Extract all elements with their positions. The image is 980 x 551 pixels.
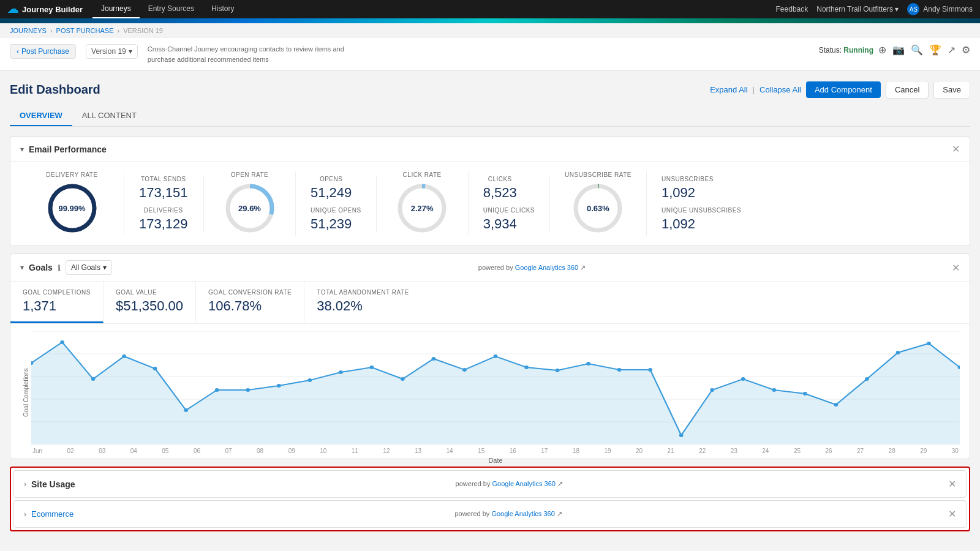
email-collapse-icon[interactable]: ▾ — [20, 145, 24, 154]
tab-overview[interactable]: OVERVIEW — [10, 106, 72, 126]
trophy-icon[interactable]: 🏆 — [929, 44, 941, 56]
google-analytics-link-goals[interactable]: Google Analytics 360 — [515, 264, 578, 271]
breadcrumb-sep-2: › — [118, 27, 120, 34]
svg-point-40 — [648, 368, 652, 372]
add-component-button[interactable]: Add Component — [806, 81, 881, 98]
expand-all-button[interactable]: Expand All — [710, 85, 747, 94]
breadcrumb-journeys[interactable]: JOURNEYS — [10, 27, 47, 34]
site-usage-collapse-icon[interactable]: › — [24, 480, 26, 489]
total-sends-label: TOTAL SENDS — [139, 176, 188, 182]
svg-point-33 — [432, 357, 436, 361]
ecommerce-section: › Ecommerce powered by Google Analytics … — [13, 500, 967, 528]
top-nav: ☁ Journey Builder Journeys Entry Sources… — [0, 0, 980, 18]
svg-point-38 — [586, 362, 590, 365]
nav-tabs: Journeys Entry Sources History — [92, 0, 243, 18]
version-selector[interactable]: Version 19 ▾ — [86, 44, 138, 59]
email-performance-close[interactable]: ✕ — [952, 143, 960, 155]
svg-point-27 — [246, 388, 250, 392]
svg-point-22 — [91, 377, 96, 381]
status-label: Status: Running — [819, 46, 873, 54]
opens-group: OPENS 51,249 UNIQUE OPENS 51,239 — [296, 176, 377, 232]
share-icon[interactable]: ↗ — [948, 44, 956, 56]
camera-icon[interactable]: 📷 — [892, 44, 905, 56]
save-button[interactable]: Save — [933, 81, 970, 99]
click-rate-label: CLICK RATE — [403, 171, 442, 178]
click-rate-value: 2.27% — [411, 204, 434, 213]
status-value: Running — [843, 46, 873, 54]
site-usage-close[interactable]: ✕ — [948, 478, 956, 490]
goals-info-icon[interactable]: ℹ — [58, 263, 61, 272]
breadcrumb-post-purchase[interactable]: POST PURCHASE — [56, 27, 114, 34]
svg-point-30 — [339, 370, 343, 374]
ecommerce-title-link[interactable]: Ecommerce — [31, 509, 74, 519]
google-analytics-link-ecommerce[interactable]: Google Analytics 360 — [491, 510, 554, 517]
tab-all-content[interactable]: ALL CONTENT — [72, 106, 146, 126]
breadcrumb: JOURNEYS › POST PURCHASE › VERSION 19 — [0, 23, 980, 38]
goals-dropdown[interactable]: All Goals ▾ — [66, 260, 112, 275]
delivery-rate-group: DELIVERY RATE 99.99% — [20, 171, 124, 236]
svg-point-45 — [803, 392, 807, 395]
back-button[interactable]: ‹ Post Purchase — [10, 44, 76, 59]
goal-completions-label: GOAL COMPLETIONS — [23, 289, 91, 296]
goal-completions-metric[interactable]: GOAL COMPLETIONS 1,371 — [10, 282, 104, 323]
search-icon[interactable]: 🔍 — [911, 44, 923, 56]
delivery-rate-label: DELIVERY RATE — [46, 171, 97, 178]
app-name: Journey Builder — [22, 5, 83, 14]
svg-point-23 — [122, 354, 126, 358]
feedback-link[interactable]: Feedback — [776, 5, 809, 13]
breadcrumb-version: VERSION 19 — [123, 27, 163, 34]
svg-point-42 — [710, 388, 714, 392]
svg-point-49 — [927, 342, 931, 345]
goal-value-metric[interactable]: GOAL VALUE $51,350.00 — [104, 282, 196, 323]
goals-title: Goals — [29, 263, 53, 272]
goals-close[interactable]: ✕ — [952, 262, 960, 274]
nav-tab-history[interactable]: History — [203, 0, 243, 18]
unique-unsubscribes-value: 1,092 — [662, 216, 741, 232]
goal-conversion-rate-label: GOAL CONVERSION RATE — [208, 289, 292, 296]
add-icon[interactable]: ⊕ — [878, 44, 886, 56]
svg-point-28 — [277, 384, 281, 388]
nav-tab-entry-sources[interactable]: Entry Sources — [140, 0, 203, 18]
content-tabs: OVERVIEW ALL CONTENT — [10, 106, 970, 127]
chart-x-ticks: Jun 02 03 04 05 06 07 08 09 10 11 12 13 … — [31, 448, 960, 454]
goal-value-value: $51,350.00 — [116, 298, 183, 314]
decorative-stripe — [0, 18, 980, 23]
collapse-all-button[interactable]: Collapse All — [760, 85, 801, 94]
goals-header: ▾ Goals ℹ All Goals ▾ powered by Google … — [10, 254, 970, 282]
email-performance-title: Email Performance — [29, 144, 107, 154]
svg-point-48 — [896, 351, 900, 354]
unique-opens-label: UNIQUE OPENS — [311, 207, 361, 214]
svg-point-26 — [215, 388, 219, 392]
svg-point-36 — [524, 365, 529, 369]
unsubscribes-label: UNSUBSCRIBES — [662, 176, 714, 182]
nav-tab-journeys[interactable]: Journeys — [92, 0, 140, 18]
cancel-button[interactable]: Cancel — [886, 81, 929, 99]
ecommerce-header: › Ecommerce powered by Google Analytics … — [14, 501, 966, 527]
settings-icon[interactable]: ⚙ — [962, 44, 970, 56]
dashboard-title: Edit Dashboard — [10, 83, 100, 97]
unsub-rate-donut: 0.63% — [570, 181, 625, 236]
open-rate-group: OPEN RATE 29.6% — [204, 171, 296, 236]
unique-opens-value: 51,239 — [311, 216, 361, 232]
journey-description: Cross-Channel Journey encouraging contac… — [148, 44, 368, 64]
unique-clicks-value: 3,934 — [483, 216, 535, 232]
ecommerce-collapse-icon[interactable]: › — [24, 510, 26, 519]
nav-right: Feedback Northern Trail Outfitters ▾ AS … — [776, 3, 973, 15]
google-analytics-link-site[interactable]: Google Analytics 360 — [492, 480, 556, 487]
svg-point-34 — [462, 368, 467, 372]
org-name[interactable]: Northern Trail Outfitters ▾ — [816, 5, 899, 13]
user-menu[interactable]: AS Andy Simmons — [907, 3, 973, 15]
goals-collapse-icon[interactable]: ▾ — [20, 263, 24, 272]
svg-point-21 — [60, 340, 64, 344]
unsub-rate-group: UNSUBSCRIBE RATE 0.63% — [550, 171, 647, 236]
total-abandonment-rate-metric[interactable]: TOTAL ABANDONMENT RATE 38.02% — [304, 282, 421, 323]
header-icons: ⊕ 📷 🔍 🏆 ↗ ⚙ — [878, 44, 970, 56]
goal-conversion-rate-metric[interactable]: GOAL CONVERSION RATE 106.78% — [196, 282, 304, 323]
goals-powered-by: powered by Google Analytics 360 ↗ — [478, 264, 586, 272]
clicks-group: CLICKS 8,523 UNIQUE CLICKS 3,934 — [469, 176, 550, 232]
ecommerce-close[interactable]: ✕ — [948, 508, 956, 520]
open-rate-donut: 29.6% — [222, 181, 277, 236]
clicks-label: CLICKS — [483, 176, 517, 182]
unsub-rate-label: UNSUBSCRIBE RATE — [565, 171, 631, 178]
open-rate-label: OPEN RATE — [231, 171, 269, 178]
